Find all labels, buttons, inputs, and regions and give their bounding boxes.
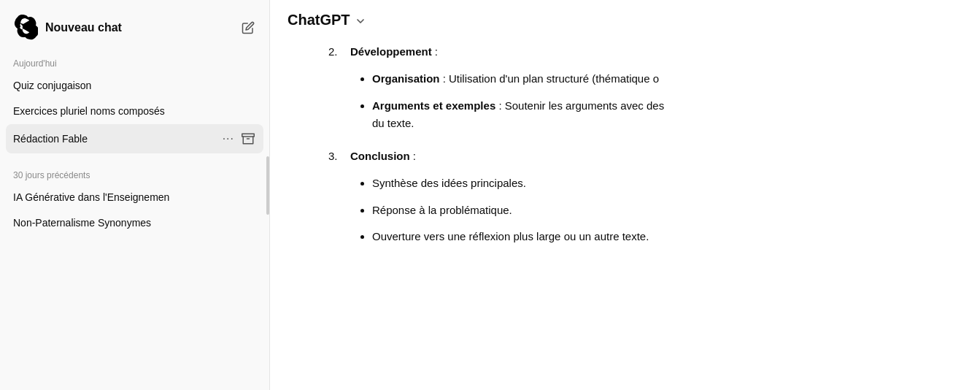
bullet-reponse: Réponse à la problématique. [372, 202, 951, 220]
section-number: 2. [328, 43, 343, 61]
chat-header: ChatGPT [270, 0, 980, 37]
sidebar-item-ia[interactable]: IA Générative dans l'Enseignemen [6, 185, 263, 210]
sidebar-item-label: Exercices pluriel noms composés [13, 105, 256, 117]
section-label-today: Aujourd'hui [6, 53, 263, 73]
sidebar-title: Nouveau chat [45, 21, 122, 34]
section-number: 3. [328, 148, 343, 166]
archive-button[interactable] [240, 131, 256, 147]
section-title-text: Conclusion : [350, 148, 416, 166]
section-title-text: Développement : [350, 43, 438, 61]
bullet-text: Ouverture vers une réflexion plus large … [372, 230, 649, 242]
section-title-bold: Développement [350, 45, 432, 58]
chat-title: ChatGPT [288, 12, 350, 28]
sidebar-item-label: IA Générative dans l'Enseignemen [13, 191, 256, 203]
bullet-ouverture: Ouverture vers une réflexion plus large … [372, 228, 951, 246]
archive-icon [242, 132, 255, 145]
section-conclusion-title: 3. Conclusion : [328, 148, 951, 166]
developpement-bullets: Organisation : Utilisation d'un plan str… [328, 70, 951, 133]
svg-rect-0 [242, 134, 255, 137]
new-chat-button[interactable] [239, 18, 258, 37]
edit-icon [242, 21, 255, 34]
sidebar-scrollbar [266, 156, 269, 215]
bullet-synthese: Synthèse des idées principales. [372, 175, 951, 193]
bullet-arguments: Arguments et exemples : Soutenir les arg… [372, 97, 951, 134]
chevron-down-icon[interactable] [355, 15, 366, 27]
sidebar-item-quiz[interactable]: Quiz conjugaison [6, 73, 263, 98]
sidebar-item-redaction[interactable]: Rédaction Fable ··· [6, 124, 263, 153]
sidebar-item-label: Quiz conjugaison [13, 80, 256, 91]
conclusion-bullets: Synthèse des idées principales. Réponse … [328, 175, 951, 246]
bullet-organisation: Organisation : Utilisation d'un plan str… [372, 70, 951, 88]
sidebar-header-left: Nouveau chat [12, 15, 122, 41]
section-developpement: 2. Développement : Organisation : Utilis… [328, 43, 951, 133]
sidebar-item-label: Non-Paternalisme Synonymes [13, 217, 256, 229]
section-title-bold: Conclusion [350, 150, 410, 162]
chat-item-actions: ··· [220, 131, 256, 147]
bullet-text: Synthèse des idées principales. [372, 177, 526, 189]
bullet-bold: Organisation [372, 72, 440, 85]
sidebar-item-exercices[interactable]: Exercices pluriel noms composés [6, 99, 263, 123]
more-options-button[interactable]: ··· [220, 131, 237, 147]
main-content: ChatGPT 2. Développement : Organisation … [270, 0, 980, 390]
bullet-continuation: du texte. [372, 117, 414, 129]
sidebar-header: Nouveau chat [6, 9, 263, 53]
section-label-30days: 30 jours précédents [6, 164, 263, 185]
sidebar: Nouveau chat Aujourd'hui Quiz conjugaiso… [0, 0, 270, 390]
sidebar-item-nonpat[interactable]: Non-Paternalisme Synonymes [6, 210, 263, 235]
bullet-text: : Soutenir les arguments avec des [495, 99, 664, 112]
chat-body: 2. Développement : Organisation : Utilis… [270, 37, 980, 390]
bullet-text: : Utilisation d'un plan structuré (théma… [440, 72, 660, 85]
section-conclusion: 3. Conclusion : Synthèse des idées princ… [328, 148, 951, 246]
bullet-bold: Arguments et exemples [372, 99, 495, 112]
sidebar-item-label: Rédaction Fable [13, 133, 220, 145]
chatgpt-logo-icon [12, 15, 38, 41]
section-developpement-title: 2. Développement : [328, 43, 951, 61]
bullet-text: Réponse à la problématique. [372, 204, 512, 216]
